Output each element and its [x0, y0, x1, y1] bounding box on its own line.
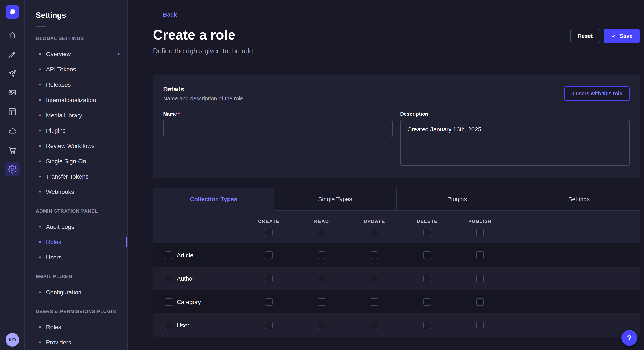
tab-collection-types[interactable]: Collection Types — [153, 188, 274, 210]
checkbox-article-delete[interactable] — [423, 251, 431, 259]
cell-user-update — [348, 321, 401, 329]
rail-nav-settings-gear[interactable] — [5, 162, 20, 176]
rail-nav-marketplace-cart[interactable] — [5, 143, 20, 157]
checkbox-author-update[interactable] — [370, 275, 378, 282]
sidebar-item-internationalization[interactable]: Internationalization — [25, 92, 127, 108]
help-button[interactable]: ? — [622, 330, 637, 346]
checkbox-all-update[interactable] — [370, 229, 378, 236]
checkbox-user-publish[interactable] — [476, 321, 484, 329]
avatar[interactable]: KD — [5, 333, 19, 347]
cell-category-read — [295, 298, 348, 306]
sidebar-item-review-workflows[interactable]: Review Workflows — [25, 138, 127, 154]
tab-settings[interactable]: Settings — [518, 188, 640, 210]
sidebar-item-users[interactable]: Users — [25, 250, 127, 265]
page-subtitle: Define the rights given to the role — [153, 46, 253, 56]
sidebar-item-single-sign-on[interactable]: Single Sign-On — [25, 154, 127, 169]
sidebar-section-label: EMAIL PLUGIN — [36, 273, 127, 279]
checkbox-all-publish[interactable] — [476, 229, 484, 236]
permissions-tablist: Collection TypesSingle TypesPluginsSetti… — [153, 188, 640, 210]
bullet-icon — [39, 226, 41, 227]
cloud-icon — [8, 127, 16, 135]
sidebar-item-api-tokens[interactable]: API Tokens — [25, 62, 127, 77]
sidebar-item-webhooks[interactable]: Webhooks — [25, 184, 127, 199]
name-input[interactable] — [163, 120, 392, 137]
checkbox-all-create[interactable] — [265, 229, 272, 236]
checkbox-author-delete[interactable] — [423, 275, 431, 282]
checkbox-category-create[interactable] — [265, 298, 272, 306]
column-label: PUBLISH — [468, 218, 492, 224]
sidebar-item-overview[interactable]: Overview — [25, 46, 127, 62]
users-with-role-button[interactable]: 0 users with this role — [564, 86, 630, 101]
sidebar-item-providers[interactable]: Providers — [25, 335, 127, 350]
cell-article-publish — [454, 251, 506, 259]
checkbox-author-read[interactable] — [318, 275, 326, 282]
checkbox-article[interactable] — [165, 251, 172, 259]
checkbox-author-create[interactable] — [265, 275, 272, 282]
checkbox-article-update[interactable] — [370, 251, 378, 259]
cell-category-update — [348, 298, 401, 306]
main-content: ← Back Create a role Define the rights g… — [128, 0, 644, 350]
sidebar-item-configuration[interactable]: Configuration — [25, 285, 127, 300]
rail-nav-paper-plane[interactable] — [5, 66, 20, 81]
bullet-icon — [39, 291, 41, 293]
bullet-icon — [39, 84, 41, 85]
save-button[interactable]: Save — [603, 29, 640, 43]
sidebar-item-label: Users — [46, 253, 62, 262]
sidebar-item-audit-logs[interactable]: Audit Logs — [25, 219, 127, 234]
bullet-icon — [39, 191, 41, 193]
cell-article-update — [348, 251, 401, 259]
checkbox-category-update[interactable] — [370, 298, 378, 306]
back-link[interactable]: ← Back — [153, 10, 177, 19]
column-label: UPDATE — [364, 218, 385, 224]
notification-dot-icon — [118, 53, 120, 55]
checkbox-article-publish[interactable] — [476, 251, 484, 259]
sidebar-item-roles[interactable]: Roles — [25, 234, 127, 250]
sidebar-item-roles[interactable]: Roles — [25, 319, 127, 335]
active-indicator — [126, 237, 127, 247]
checkbox-user[interactable] — [165, 321, 172, 329]
checkbox-category-publish[interactable] — [476, 298, 484, 306]
cell-category-delete — [401, 298, 454, 306]
checkbox-author-publish[interactable] — [476, 275, 484, 282]
checkbox-category-delete[interactable] — [423, 298, 431, 306]
sidebar-section-email-plugin: EMAIL PLUGINConfiguration — [25, 273, 127, 300]
checkbox-author[interactable] — [165, 275, 172, 282]
row-label: Author — [177, 275, 194, 282]
checkbox-all-read[interactable] — [318, 229, 326, 236]
rail-nav-media[interactable] — [5, 85, 20, 100]
sidebar-item-media-library[interactable]: Media Library — [25, 108, 127, 123]
permissions-header: CREATEREADUPDATEDELETEPUBLISH — [153, 210, 640, 243]
checkbox-category[interactable] — [165, 298, 172, 306]
sidebar-item-plugins[interactable]: Plugins — [25, 123, 127, 138]
bullet-icon — [39, 114, 41, 116]
divider — [36, 26, 46, 27]
sidebar-item-label: Configuration — [46, 288, 82, 296]
checkbox-user-delete[interactable] — [423, 321, 431, 329]
checkbox-user-update[interactable] — [370, 321, 378, 329]
rail-nav-home[interactable] — [5, 28, 20, 42]
rail-nav-pen[interactable] — [5, 47, 20, 62]
rail-nav-content-type-builder[interactable] — [5, 105, 20, 119]
description-input[interactable]: Created January 16th, 2025 — [400, 120, 630, 166]
marketplace-cart-icon — [8, 146, 16, 154]
checkbox-user-create[interactable] — [265, 321, 272, 329]
sidebar-item-transfer-tokens[interactable]: Transfer Tokens — [25, 169, 127, 184]
strapi-logo[interactable] — [5, 5, 19, 19]
app-window: KD Settings GLOBAL SETTINGSOverviewAPI T… — [0, 0, 644, 350]
checkbox-article-read[interactable] — [318, 251, 326, 259]
checkbox-category-read[interactable] — [318, 298, 326, 306]
bullet-icon — [39, 160, 41, 162]
checkbox-article-create[interactable] — [265, 251, 272, 259]
sidebar-section-label: GLOBAL SETTINGS — [36, 35, 127, 41]
reset-button[interactable]: Reset — [570, 29, 600, 43]
checkbox-user-read[interactable] — [318, 321, 326, 329]
row-name-cell: Author — [165, 275, 242, 282]
checkbox-all-delete[interactable] — [423, 229, 431, 236]
rail-nav-cloud[interactable] — [5, 124, 20, 138]
page-title: Create a role — [153, 26, 253, 43]
permission-row-user: User — [153, 313, 640, 337]
tab-plugins[interactable]: Plugins — [396, 188, 518, 210]
tab-single-types[interactable]: Single Types — [274, 188, 396, 210]
sidebar-item-releases[interactable]: Releases — [25, 77, 127, 92]
sidebar-title: Settings — [36, 10, 127, 20]
